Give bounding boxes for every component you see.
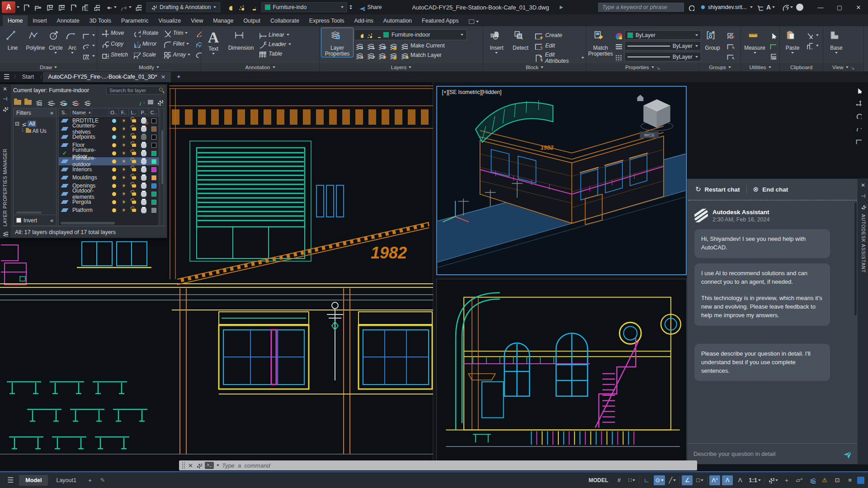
- ungroup-button[interactable]: ✕: [725, 31, 735, 40]
- detect-button[interactable]: Detect: [509, 28, 532, 51]
- filter-all[interactable]: ⊟All: [15, 120, 55, 127]
- palette-anchor-icon[interactable]: [2, 230, 8, 236]
- osnap-toggle[interactable]: Λ°: [709, 475, 720, 485]
- table-button[interactable]: Table: [258, 50, 291, 58]
- select-all-button[interactable]: [768, 41, 778, 50]
- assistant-icon[interactable]: [796, 4, 803, 11]
- assistant-close-icon[interactable]: ✕: [861, 182, 865, 188]
- mirror-button[interactable]: Mirror: [131, 39, 160, 49]
- workspace-switcher[interactable]: Drafting & Annotation: [146, 2, 220, 12]
- tab-collaborate[interactable]: Collaborate: [265, 15, 304, 26]
- command-chevron-icon[interactable]: [217, 465, 219, 466]
- panel-layers-footer[interactable]: Layers: [320, 63, 483, 71]
- publish-button[interactable]: [79, 1, 90, 13]
- new-group-filter-icon[interactable]: [24, 100, 32, 105]
- leader-button[interactable]: Leader: [258, 40, 291, 48]
- layer-list-header[interactable]: S.. Name▲ O.. F.. L.. P.. C..: [59, 108, 159, 117]
- stretch-button[interactable]: Stretch: [99, 50, 130, 60]
- invert-checkbox[interactable]: [16, 218, 21, 223]
- collapse-icon[interactable]: «: [50, 217, 53, 224]
- end-chat-button[interactable]: ⊗End chat: [753, 185, 788, 193]
- settings-gear-icon[interactable]: [766, 475, 779, 485]
- command-close-icon[interactable]: ✕: [188, 462, 193, 469]
- make-current-icon[interactable]: [399, 42, 408, 50]
- share-button[interactable]: Share: [358, 4, 382, 11]
- new-layout-button[interactable]: ＋: [85, 475, 95, 485]
- tab-output[interactable]: Output: [238, 15, 265, 26]
- tab-document[interactable]: AutoCAD-FY25_Fire-...-Book-Cafe_01_3D*✕: [43, 72, 171, 82]
- zoom-icon[interactable]: [855, 112, 862, 119]
- layer-row[interactable]: Interiors☀: [59, 165, 159, 174]
- graphics-performance-icon[interactable]: [807, 475, 817, 485]
- palette-autohide-icon[interactable]: ⊣: [3, 96, 7, 102]
- command-input[interactable]: [222, 462, 694, 469]
- edit-block-button[interactable]: ✎Edit: [533, 41, 584, 50]
- quick-select-button[interactable]: [768, 31, 778, 40]
- tab-manage[interactable]: Manage: [208, 15, 238, 26]
- ellipse-button[interactable]: [80, 41, 90, 50]
- layer-row[interactable]: Counters-shelves☀: [59, 125, 159, 133]
- layer-on-button[interactable]: ●: [354, 51, 363, 59]
- tab-featured-apps[interactable]: Featured Apps: [417, 15, 463, 26]
- send-icon[interactable]: [842, 450, 851, 459]
- create-block-button[interactable]: ★Create: [533, 31, 584, 40]
- new-file-button[interactable]: [20, 1, 31, 13]
- clean-screen-icon[interactable]: ⊡: [832, 475, 843, 485]
- text-button[interactable]: AText: [203, 28, 224, 55]
- circle-button[interactable]: Circle: [47, 28, 64, 54]
- customize-wrench-icon[interactable]: [196, 462, 202, 469]
- filters-scrollbar[interactable]: [16, 211, 42, 214]
- new-layer-icon[interactable]: *: [45, 98, 54, 106]
- help-icon[interactable]: [782, 4, 793, 11]
- group-button[interactable]: Group: [701, 28, 724, 51]
- open-file-button[interactable]: [32, 1, 43, 13]
- user-avatar-icon[interactable]: [698, 4, 705, 11]
- tray-plus-icon[interactable]: ＋: [781, 475, 792, 485]
- statusbar-menu-icon[interactable]: ☰: [4, 476, 17, 484]
- search-icon[interactable]: [687, 4, 694, 11]
- layer-unlock-button[interactable]: 🔓: [388, 51, 397, 59]
- horizontal-scrollbar[interactable]: [61, 222, 115, 225]
- tab-annotate[interactable]: Annotate: [52, 15, 85, 26]
- grid-toggle[interactable]: #: [613, 475, 624, 485]
- unlock-icon[interactable]: [247, 1, 258, 13]
- orbit-icon[interactable]: [855, 125, 862, 131]
- panel-block-footer[interactable]: Block: [483, 63, 586, 71]
- linear-button[interactable]: Linear: [258, 31, 291, 39]
- copy-button[interactable]: Copy: [99, 39, 130, 49]
- delete-layer-icon[interactable]: ✕: [70, 98, 79, 106]
- hatch-button[interactable]: [80, 52, 90, 61]
- titlebar-layer-dropdown[interactable]: Furniture-indo: [261, 2, 347, 12]
- cut-clip-button[interactable]: [804, 31, 814, 40]
- viewport-elevation-front[interactable]: [436, 279, 687, 468]
- dimension-button[interactable]: Dimension: [225, 28, 257, 51]
- chat-input[interactable]: [693, 450, 838, 457]
- layer-unisolate-button[interactable]: ↗: [365, 51, 374, 59]
- chat-scrollbar[interactable]: [854, 202, 857, 315]
- color-control[interactable]: ByLayer: [614, 30, 701, 40]
- pan-icon[interactable]: [855, 99, 862, 106]
- match-properties-button[interactable]: Match Properties: [588, 28, 613, 57]
- tab-view[interactable]: View: [186, 15, 208, 26]
- edit-attributes-button[interactable]: ✎Edit Attributes: [533, 52, 584, 64]
- isolate-objects-icon[interactable]: ▱°: [794, 475, 805, 485]
- revision-cloud-button[interactable]: [193, 50, 203, 59]
- undo-button[interactable]: [102, 1, 113, 13]
- new-tab-button[interactable]: ＋: [172, 73, 185, 81]
- isolate-settings-icon[interactable]: [148, 100, 153, 104]
- layer-lock-button[interactable]: 🔒: [388, 42, 397, 50]
- panel-draw-footer[interactable]: Draw: [0, 63, 97, 71]
- annotation-scale[interactable]: 1:1: [747, 475, 762, 485]
- command-history-icon[interactable]: >_: [205, 462, 214, 469]
- save-as-button[interactable]: [55, 1, 66, 13]
- vertical-scrollbar[interactable]: [161, 108, 164, 226]
- panel-utilities-footer[interactable]: Utilities: [741, 63, 779, 71]
- tab-3d-tools[interactable]: 3D Tools: [85, 15, 116, 26]
- rotate-button[interactable]: Rotate: [131, 28, 160, 38]
- collapse-filters-icon[interactable]: «: [50, 110, 53, 116]
- layer-off-button[interactable]: ●: [354, 42, 363, 50]
- dynamic-input-toggle[interactable]: □: [694, 475, 705, 485]
- arc-button[interactable]: Arc: [65, 28, 80, 54]
- layer-search-input[interactable]: [106, 86, 164, 94]
- make-current-button[interactable]: Make Current: [410, 42, 445, 49]
